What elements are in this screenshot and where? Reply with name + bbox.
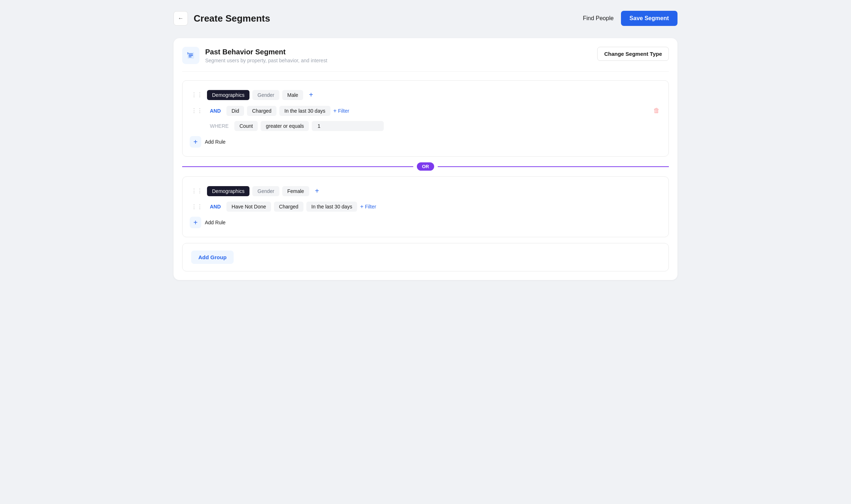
drag-handle[interactable]: ⋮⋮ xyxy=(190,91,204,99)
segment-header: Past Behavior Segment Segment users by p… xyxy=(182,47,669,72)
header-right: Find People Save Segment xyxy=(583,11,677,26)
female-chip[interactable]: Female xyxy=(282,186,309,196)
filter-label-1: Filter xyxy=(338,108,349,114)
demographics-row-2: ⋮⋮ Demographics Gender Female + xyxy=(190,185,661,197)
add-rule-button-1[interactable]: + xyxy=(190,136,201,148)
where-row-1: WHERE Count greater or equals xyxy=(190,121,661,131)
count-chip[interactable]: Count xyxy=(234,121,258,131)
male-chip[interactable]: Male xyxy=(282,90,303,100)
add-chip-button-2[interactable]: + xyxy=(312,185,322,197)
where-label-1: WHERE xyxy=(207,122,231,130)
group-2: ⋮⋮ Demographics Gender Female + ⋮⋮ AND H… xyxy=(182,176,669,237)
gender-chip-1[interactable]: Gender xyxy=(252,90,279,100)
did-chip[interactable]: Did xyxy=(226,106,244,116)
behavior-row-1: ⋮⋮ AND Did Charged In the last 30 days +… xyxy=(190,105,661,116)
find-people-button[interactable]: Find People xyxy=(583,15,613,22)
add-group-container: Add Group xyxy=(182,243,669,271)
last-30-days-chip-2[interactable]: In the last 30 days xyxy=(306,202,357,212)
add-chip-button-1[interactable]: + xyxy=(306,89,316,100)
have-not-done-chip[interactable]: Have Not Done xyxy=(226,202,271,212)
add-rule-button-2[interactable]: + xyxy=(190,217,201,228)
filter-button-2[interactable]: + Filter xyxy=(360,203,376,210)
and-label-1: AND xyxy=(207,107,224,115)
filter-plus-icon-2: + xyxy=(360,203,363,210)
charged-chip-1[interactable]: Charged xyxy=(247,106,276,116)
filter-button-1[interactable]: + Filter xyxy=(333,108,349,114)
page-container: ← Create Segments Find People Save Segme… xyxy=(174,7,677,280)
add-group-button[interactable]: Add Group xyxy=(191,251,234,264)
or-line-right xyxy=(438,166,669,167)
charged-chip-2[interactable]: Charged xyxy=(274,202,303,212)
segment-title: Past Behavior Segment xyxy=(205,48,327,56)
or-badge: OR xyxy=(417,162,434,171)
add-rule-row-1: + Add Rule xyxy=(190,136,661,148)
save-segment-button[interactable]: Save Segment xyxy=(621,11,677,26)
header: ← Create Segments Find People Save Segme… xyxy=(174,7,677,30)
drag-handle-2[interactable]: ⋮⋮ xyxy=(190,107,204,115)
add-rule-row-2: + Add Rule xyxy=(190,217,661,228)
drag-handle-4[interactable]: ⋮⋮ xyxy=(190,203,204,211)
behavior-row-2: ⋮⋮ AND Have Not Done Charged In the last… xyxy=(190,202,661,212)
count-input[interactable] xyxy=(312,121,384,131)
delete-icon-1[interactable]: 🗑 xyxy=(652,105,661,116)
add-rule-label-1: Add Rule xyxy=(205,139,226,145)
header-left: ← Create Segments xyxy=(174,11,270,26)
demographics-chip-2[interactable]: Demographics xyxy=(207,186,249,196)
demographics-row-1: ⋮⋮ Demographics Gender Male + xyxy=(190,89,661,100)
segment-info: Past Behavior Segment Segment users by p… xyxy=(205,48,327,63)
page-title: Create Segments xyxy=(194,13,270,24)
or-line-left xyxy=(182,166,413,167)
drag-handle-3[interactable]: ⋮⋮ xyxy=(190,187,204,195)
group-1: ⋮⋮ Demographics Gender Male + ⋮⋮ AND Did… xyxy=(182,80,669,157)
greater-equals-chip[interactable]: greater or equals xyxy=(261,121,309,131)
gender-chip-2[interactable]: Gender xyxy=(252,186,279,196)
filter-label-2: Filter xyxy=(365,204,376,210)
add-rule-label-2: Add Rule xyxy=(205,220,226,225)
segment-icon xyxy=(182,47,199,64)
main-card: Past Behavior Segment Segment users by p… xyxy=(174,38,677,280)
filter-plus-icon: + xyxy=(333,108,337,114)
demographics-chip-1[interactable]: Demographics xyxy=(207,90,249,100)
last-30-days-chip-1[interactable]: In the last 30 days xyxy=(279,106,330,116)
and-label-2: AND xyxy=(207,202,224,211)
segment-subtitle: Segment users by property, past behavior… xyxy=(205,58,327,63)
change-segment-button[interactable]: Change Segment Type xyxy=(597,47,669,61)
back-button[interactable]: ← xyxy=(174,11,188,26)
segment-header-left: Past Behavior Segment Segment users by p… xyxy=(182,47,327,64)
or-divider: OR xyxy=(182,162,669,171)
